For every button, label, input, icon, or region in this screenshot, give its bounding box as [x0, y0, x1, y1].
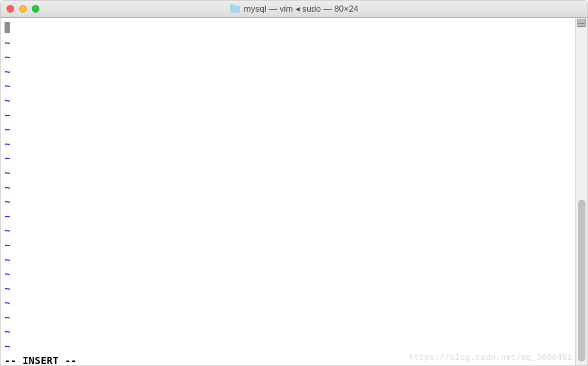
- empty-line-tilde: ~: [5, 281, 583, 296]
- empty-line-tilde: ~: [5, 238, 583, 252]
- empty-line-tilde: ~: [5, 93, 583, 108]
- empty-line-tilde: ~: [5, 35, 583, 50]
- empty-line-tilde: ~: [5, 252, 583, 267]
- empty-line-tilde: ~: [5, 324, 583, 339]
- cursor-block: [5, 22, 10, 33]
- traffic-lights: [7, 5, 39, 13]
- empty-line-tilde: ~: [5, 50, 583, 64]
- empty-line-tilde: ~: [5, 194, 583, 209]
- close-icon[interactable]: [7, 5, 14, 13]
- editor-line: [5, 21, 583, 35]
- empty-line-tilde: ~: [5, 223, 583, 238]
- empty-line-tilde: ~: [5, 108, 583, 122]
- window-title: mysql — vim ◂ sudo — 80×24: [1, 4, 587, 14]
- terminal-area[interactable]: ~~~~~~~~~~~~~~~~~~~~~~ -- INSERT --: [1, 18, 587, 366]
- empty-line-tilde: ~: [5, 165, 583, 180]
- minimize-icon[interactable]: [19, 5, 27, 13]
- vim-status-line: -- INSERT --: [5, 353, 583, 366]
- empty-line-tilde: ~: [5, 266, 583, 281]
- panel-icon[interactable]: [577, 19, 586, 27]
- scrollbar[interactable]: [575, 18, 587, 366]
- empty-line-tilde: ~: [5, 78, 583, 93]
- empty-line-tilde: ~: [5, 64, 583, 79]
- empty-line-tilde: ~: [5, 122, 583, 136]
- folder-icon: [230, 6, 240, 13]
- empty-line-tilde: ~: [5, 209, 583, 223]
- window-titlebar: mysql — vim ◂ sudo — 80×24: [1, 1, 587, 18]
- scrollbar-thumb[interactable]: [578, 200, 585, 361]
- empty-line-tilde: ~: [5, 136, 583, 151]
- fullscreen-icon[interactable]: [32, 5, 39, 13]
- window-title-text: mysql — vim ◂ sudo — 80×24: [244, 4, 359, 14]
- empty-line-tilde: ~: [5, 180, 583, 195]
- empty-line-tilde: ~: [5, 295, 583, 310]
- empty-line-tilde: ~: [5, 151, 583, 165]
- empty-line-tilde: ~: [5, 310, 583, 325]
- empty-line-tilde: ~: [5, 339, 583, 353]
